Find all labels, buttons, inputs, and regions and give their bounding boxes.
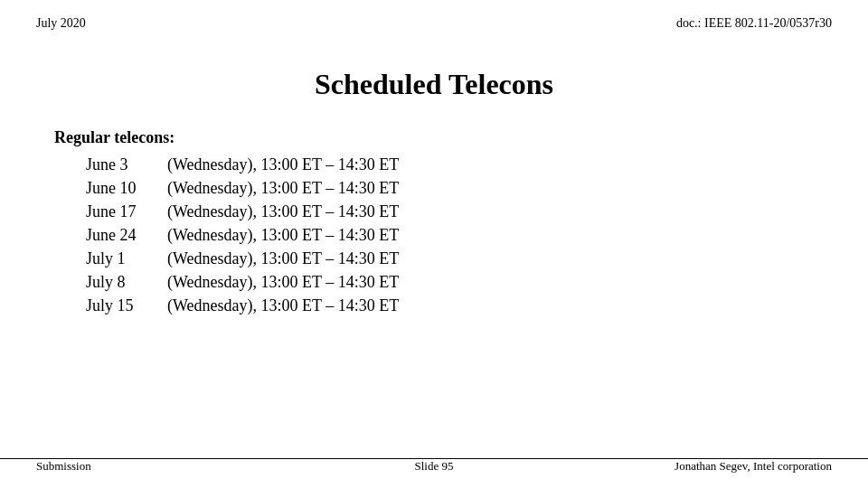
telecon-date: July 8	[86, 274, 167, 290]
telecon-date: July 1	[86, 250, 167, 267]
footer-author: Jonathan Segev, Intel corporation	[567, 459, 832, 474]
telecon-detail: (Wednesday), 13:00 ET – 14:30 ET	[167, 203, 399, 220]
slide-title: Scheduled Telecons	[36, 68, 832, 101]
telecon-date: June 3	[86, 156, 167, 173]
telecon-item: July 1(Wednesday), 13:00 ET – 14:30 ET	[86, 250, 832, 267]
telecon-item: June 10(Wednesday), 13:00 ET – 14:30 ET	[86, 180, 832, 196]
telecon-detail: (Wednesday), 13:00 ET – 14:30 ET	[167, 250, 399, 267]
footer-submission: Submission	[36, 459, 301, 474]
telecon-list: June 3(Wednesday), 13:00 ET – 14:30 ETJu…	[86, 156, 832, 314]
telecon-detail: (Wednesday), 13:00 ET – 14:30 ET	[167, 180, 399, 196]
telecon-detail: (Wednesday), 13:00 ET – 14:30 ET	[167, 274, 399, 290]
telecon-date: July 15	[86, 297, 167, 314]
footer: Submission Slide 95 Jonathan Segev, Inte…	[0, 458, 868, 474]
telecon-detail: (Wednesday), 13:00 ET – 14:30 ET	[167, 227, 399, 243]
header-right: doc.: IEEE 802.11-20/0537r30	[676, 16, 832, 31]
telecon-item: June 17(Wednesday), 13:00 ET – 14:30 ET	[86, 203, 832, 220]
telecon-date: June 10	[86, 180, 167, 196]
section-label: Regular telecons:	[54, 128, 832, 147]
telecon-item: July 15(Wednesday), 13:00 ET – 14:30 ET	[86, 297, 832, 314]
telecon-date: June 24	[86, 227, 167, 243]
telecon-detail: (Wednesday), 13:00 ET – 14:30 ET	[167, 156, 399, 173]
footer-slide: Slide 95	[301, 459, 566, 474]
telecon-item: June 24(Wednesday), 13:00 ET – 14:30 ET	[86, 227, 832, 243]
telecon-date: June 17	[86, 203, 167, 220]
telecon-item: June 3(Wednesday), 13:00 ET – 14:30 ET	[86, 156, 832, 173]
slide-container: July 2020 doc.: IEEE 802.11-20/0537r30 S…	[0, 0, 868, 488]
telecon-item: July 8(Wednesday), 13:00 ET – 14:30 ET	[86, 274, 832, 290]
header-left: July 2020	[36, 16, 86, 31]
telecon-detail: (Wednesday), 13:00 ET – 14:30 ET	[167, 297, 399, 314]
